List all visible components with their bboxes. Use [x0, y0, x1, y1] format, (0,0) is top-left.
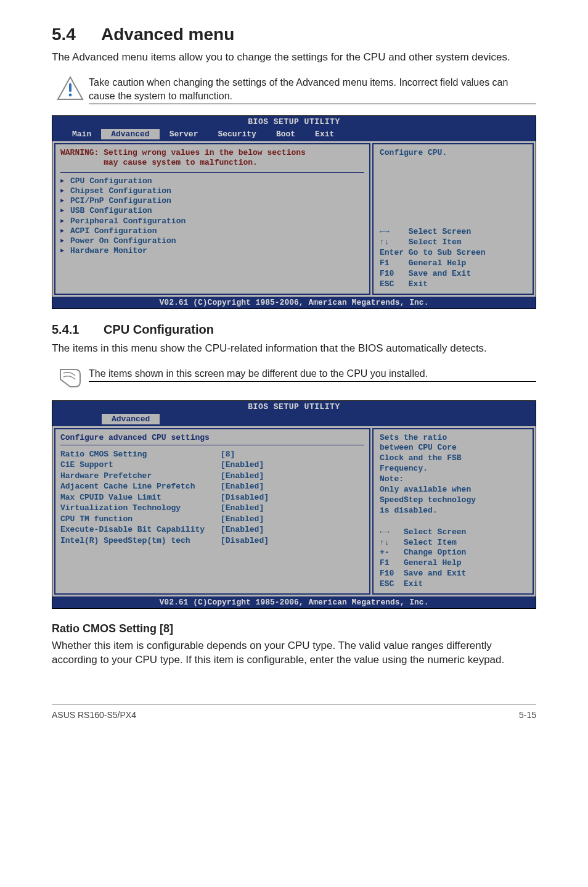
setting-value: [Enabled] [221, 514, 264, 525]
setting-row[interactable]: C1E Support[Enabled] [60, 460, 364, 471]
setting-value: [Enabled] [221, 460, 264, 471]
setting-key: C1E Support [60, 460, 221, 471]
list-item-label: Hardware Monitor [70, 246, 147, 255]
section-number: 5.4 [52, 25, 101, 44]
tab-advanced[interactable]: Advanced [102, 414, 160, 424]
bios-help-keys: ←→ Select Screen ↑↓ Select Item Enter Go… [380, 227, 526, 289]
tab-advanced[interactable]: Advanced [101, 129, 159, 139]
tab-exit[interactable]: Exit [305, 129, 344, 139]
setting-value: [8] [221, 449, 235, 460]
list-item-label: Chipset Configuration [70, 186, 171, 196]
tab-main[interactable]: Main [62, 129, 101, 139]
subsection-title: CPU Configuration [104, 323, 214, 336]
section-title: Advanced menu [101, 25, 234, 44]
tab-security[interactable]: Security [208, 129, 266, 139]
setting-value: [Enabled] [221, 524, 264, 535]
subsection-number: 5.4.1 [52, 323, 104, 337]
setting-key: Execute-Disable Bit Capability [60, 524, 221, 535]
tab-server[interactable]: Server [160, 129, 208, 139]
bios-help-keys: ←→ Select Screen ↑↓ Select Item +- Chang… [380, 527, 526, 590]
intro-paragraph: The Advanced menu items allow you to cha… [52, 51, 536, 65]
note-icon [57, 367, 84, 389]
divider [89, 381, 536, 382]
setting-key: Hardware Prefetcher [60, 471, 221, 482]
setting-value: [Enabled] [221, 503, 264, 514]
caution-icon [57, 76, 84, 101]
setting-row[interactable]: Intel(R) SpeedStep(tm) tech[Disabled] [60, 535, 364, 547]
setting-row[interactable]: Virtualization Technology[Enabled] [60, 503, 364, 514]
bios-footer: V02.61 (C)Copyright 1985-2006, American … [52, 596, 536, 608]
bios-menubar: Advanced [52, 413, 536, 426]
bios-title: BIOS SETUP UTILITY [52, 116, 536, 128]
list-item-label: Power On Configuration [70, 236, 176, 245]
bios-warning-l2: may cause system to malfunction. [60, 158, 258, 167]
bios-warning-l1: WARNING: Setting wrong values in the bel… [60, 148, 306, 157]
caution-callout: Take caution when changing the settings … [52, 76, 536, 104]
divider [89, 104, 536, 104]
caution-text: Take caution when changing the settings … [89, 76, 536, 102]
setting-row[interactable]: Ratio CMOS Setting[8] [60, 449, 364, 460]
page-footer: ASUS RS160-S5/PX4 5-15 [52, 704, 536, 720]
list-item-label: ACPI Configuration [70, 226, 157, 236]
list-item-label: CPU Configuration [70, 176, 152, 186]
setting-heading: Ratio CMOS Setting [8] [52, 622, 536, 635]
setting-description: Whether this item is configurable depend… [52, 639, 536, 667]
list-item[interactable]: Hardware Monitor [60, 246, 364, 256]
setting-row[interactable]: Adjacent Cache Line Prefetch[Enabled] [60, 481, 364, 492]
setting-key: CPU TM function [60, 514, 221, 525]
subsection-heading: 5.4.1CPU Configuration [52, 323, 536, 337]
subsection-intro: The items in this menu show the CPU-rela… [52, 342, 536, 356]
bios-title: BIOS SETUP UTILITY [52, 401, 536, 413]
bios-menubar: Main Advanced Server Security Boot Exit [52, 128, 536, 141]
setting-value: [Disabled] [221, 492, 269, 503]
bios-warning: WARNING: Setting wrong values in the bel… [60, 148, 364, 173]
list-item-label: USB Configuration [70, 206, 152, 215]
list-item[interactable]: ACPI Configuration [60, 226, 364, 236]
setting-row[interactable]: Execute-Disable Bit Capability[Enabled] [60, 524, 364, 535]
bios-screen-advanced: BIOS SETUP UTILITY Main Advanced Server … [52, 115, 536, 309]
setting-row[interactable]: Max CPUID Value Limit[Disabled] [60, 492, 364, 503]
footer-left: ASUS RS160-S5/PX4 [52, 710, 136, 720]
tab-boot[interactable]: Boot [266, 129, 305, 139]
list-item-label: PCI/PnP Configuration [70, 196, 171, 205]
setting-row[interactable]: CPU TM function[Enabled] [60, 514, 364, 525]
bios-screen-cpu-config: BIOS SETUP UTILITY Advanced Configure ad… [52, 400, 536, 609]
list-item[interactable]: Peripheral Configuration [60, 217, 364, 226]
bios-advanced-list: CPU Configuration Chipset Configuration … [60, 176, 364, 257]
setting-key: Adjacent Cache Line Prefetch [60, 481, 221, 492]
bios-help-text: Sets the ratio between CPU Core Clock an… [380, 433, 526, 516]
list-item[interactable]: CPU Configuration [60, 176, 364, 186]
setting-key: Intel(R) SpeedStep(tm) tech [60, 535, 221, 547]
note-callout: The items shown in this screen may be di… [52, 367, 536, 389]
list-item[interactable]: Power On Configuration [60, 236, 364, 246]
svg-point-2 [69, 94, 72, 97]
list-item[interactable]: PCI/PnP Configuration [60, 196, 364, 206]
setting-value: [Disabled] [221, 535, 269, 547]
list-item-label: Peripheral Configuration [70, 217, 186, 226]
section-heading: 5.4Advanced menu [52, 25, 536, 44]
setting-value: [Enabled] [221, 481, 264, 492]
setting-key: Max CPUID Value Limit [60, 492, 221, 503]
list-item[interactable]: Chipset Configuration [60, 186, 364, 196]
note-text: The items shown in this screen may be di… [89, 367, 536, 381]
bios-panel-title: Configure advanced CPU settings [60, 433, 364, 445]
bios-help-text: Configure CPU. [380, 148, 526, 159]
setting-value: [Enabled] [221, 471, 264, 482]
setting-key: Ratio CMOS Setting [60, 449, 221, 460]
bios-footer: V02.61 (C)Copyright 1985-2006, American … [52, 297, 536, 308]
svg-rect-1 [69, 83, 71, 92]
setting-key: Virtualization Technology [60, 503, 221, 514]
setting-row[interactable]: Hardware Prefetcher[Enabled] [60, 471, 364, 482]
list-item[interactable]: USB Configuration [60, 206, 364, 216]
footer-right: 5-15 [519, 710, 536, 720]
